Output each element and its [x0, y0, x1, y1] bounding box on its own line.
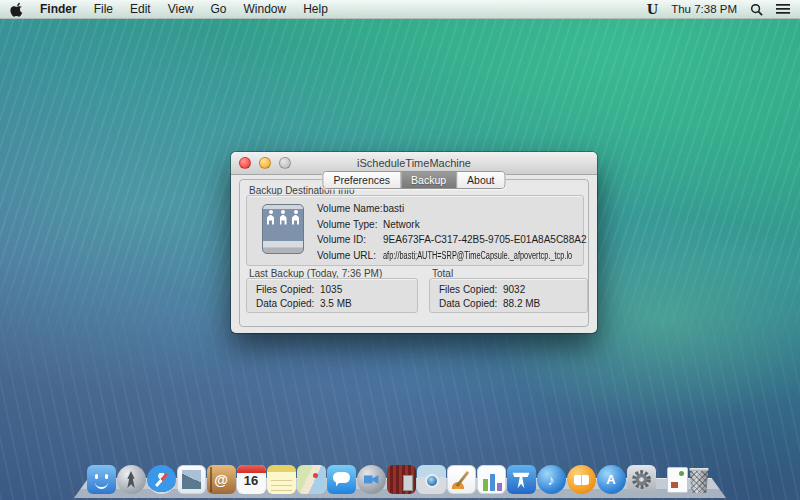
dock-icon-ibooks[interactable]: [567, 465, 596, 494]
volume-type-row: Volume Type: Network: [317, 217, 579, 233]
dock-icon-pages[interactable]: [447, 465, 476, 494]
volume-type-label: Volume Type:: [317, 219, 383, 230]
dock-icon-safari[interactable]: [147, 465, 176, 494]
volume-id-label: Volume ID:: [317, 234, 383, 245]
dock: @ 16 ♪ A: [86, 465, 710, 494]
dock-icon-maps[interactable]: [297, 465, 326, 494]
calendar-day-label: 16: [237, 473, 266, 488]
dock-icon-mail[interactable]: [177, 465, 206, 494]
dock-icon-trash[interactable]: [689, 468, 710, 493]
total-data-row: Data Copied: 88.2 MB: [439, 296, 584, 310]
notification-center-icon[interactable]: [776, 3, 790, 15]
total-data-label: Data Copied:: [439, 298, 503, 309]
menu-bar-clock[interactable]: Thu 7:38 PM: [671, 3, 737, 15]
menu-extra-app-icon[interactable]: U: [647, 2, 658, 17]
volume-id-value: 9EA673FA-C317-42B5-9705-E01A8A5C88A2: [383, 234, 586, 245]
total-files-value: 9032: [503, 284, 525, 295]
dock-icon-contacts[interactable]: @: [207, 465, 236, 494]
last-data-value: 3.5 MB: [320, 298, 352, 309]
dock-icon-facetime[interactable]: [357, 465, 386, 494]
dock-icon-numbers[interactable]: [477, 465, 506, 494]
dock-icon-finder[interactable]: [87, 465, 116, 494]
dock-icon-app-store[interactable]: A: [597, 465, 626, 494]
minimize-button[interactable]: [259, 157, 271, 169]
dock-icon-photo-booth[interactable]: [387, 465, 416, 494]
close-button[interactable]: [239, 157, 251, 169]
volume-name-row: Volume Name: basti: [317, 201, 579, 217]
volume-name-value: basti: [383, 203, 404, 214]
tab-bar: Preferences Backup Info About: [322, 171, 505, 189]
last-data-label: Data Copied:: [256, 298, 320, 309]
total-files-row: Files Copied: 9032: [439, 282, 584, 296]
menu-bar: Finder File Edit View Go Window Help U T…: [0, 0, 800, 19]
total-group-box: Files Copied: 9032 Data Copied: 88.2 MB: [429, 278, 588, 313]
contacts-glyph: @: [214, 472, 228, 488]
dock-icon-calendar[interactable]: 16: [237, 465, 266, 494]
itunes-glyph: ♪: [548, 472, 555, 488]
appstore-glyph: A: [606, 472, 615, 487]
volume-name-label: Volume Name:: [317, 203, 383, 214]
gear-icon: [629, 467, 654, 492]
last-backup-group-box: Files Copied: 1035 Data Copied: 3.5 MB: [246, 278, 418, 313]
menu-item-go[interactable]: Go: [211, 2, 227, 16]
menu-item-file[interactable]: File: [94, 2, 113, 16]
dock-icon-iphoto[interactable]: [417, 465, 446, 494]
menu-item-view[interactable]: View: [168, 2, 194, 16]
dock-icon-messages[interactable]: [327, 465, 356, 494]
spotlight-icon[interactable]: [750, 3, 763, 16]
dock-icon-system-preferences[interactable]: [627, 465, 656, 494]
tab-preferences[interactable]: Preferences: [323, 172, 401, 188]
total-data-value: 88.2 MB: [503, 298, 540, 309]
tab-backup-info[interactable]: Backup Info: [401, 172, 457, 188]
last-files-value: 1035: [320, 284, 342, 295]
last-files-row: Files Copied: 1035: [256, 282, 414, 296]
volume-url-row: Volume URL: afp://basti;AUTH=SRP@TimeCap…: [317, 248, 579, 264]
dock-icon-itunes[interactable]: ♪: [537, 465, 566, 494]
menu-item-finder[interactable]: Finder: [40, 2, 77, 16]
app-window: iScheduleTimeMachine Preferences Backup …: [231, 152, 597, 333]
menu-item-window[interactable]: Window: [244, 2, 287, 16]
menu-item-help[interactable]: Help: [303, 2, 328, 16]
zoom-button[interactable]: [279, 157, 291, 169]
total-files-label: Files Copied:: [439, 284, 503, 295]
destination-group-box: Volume Name: basti Volume Type: Network …: [246, 195, 584, 266]
volume-type-value: Network: [383, 219, 420, 230]
dock-icon-launchpad[interactable]: [117, 465, 146, 494]
dock-icon-notes[interactable]: [267, 465, 296, 494]
volume-url-label: Volume URL:: [317, 250, 383, 261]
volume-id-row: Volume ID: 9EA673FA-C317-42B5-9705-E01A8…: [317, 232, 579, 248]
tab-about[interactable]: About: [457, 172, 504, 188]
network-drive-icon: [257, 203, 309, 255]
apple-menu-icon[interactable]: [10, 2, 23, 17]
dock-icon-document[interactable]: [667, 467, 688, 493]
last-data-row: Data Copied: 3.5 MB: [256, 296, 414, 310]
menu-item-edit[interactable]: Edit: [130, 2, 151, 16]
dock-icon-keynote[interactable]: [507, 465, 536, 494]
last-files-label: Files Copied:: [256, 284, 320, 295]
volume-url-value: afp://basti;AUTH=SRP@TimeCapsule._afpove…: [383, 250, 572, 261]
